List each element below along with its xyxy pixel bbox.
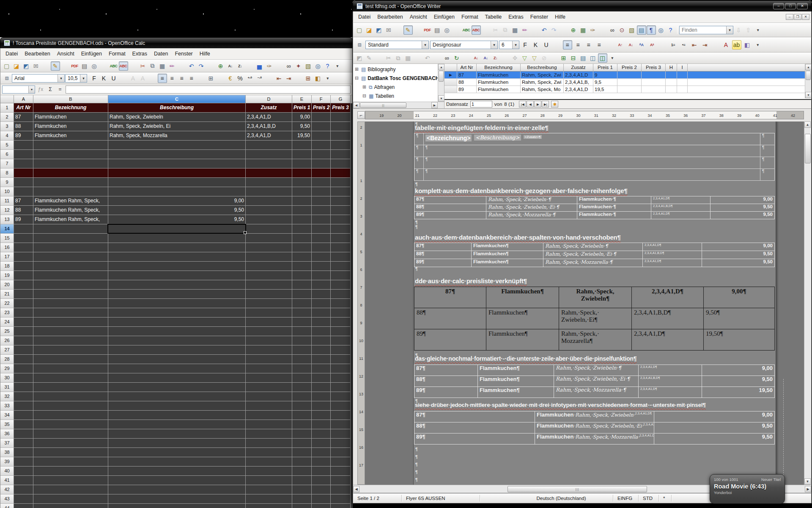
row-header[interactable]: 23 bbox=[0, 308, 14, 318]
document-page[interactable]: ¶¶¶¶¶¶¶¶¶¶¶¶ tabelle·mit·eingefügten·fel… bbox=[413, 121, 776, 485]
cell-e[interactable] bbox=[292, 159, 312, 168]
cell-a[interactable] bbox=[14, 345, 33, 355]
expander-icon[interactable]: ⊞ bbox=[355, 67, 359, 72]
writer-toolbar-icon[interactable]: ⊕ bbox=[569, 25, 578, 35]
grid-col-header[interactable]: H bbox=[666, 64, 677, 72]
calc-format-icon[interactable]: ≡ bbox=[187, 74, 196, 83]
grid-col-header[interactable]: Bezeichnung bbox=[477, 64, 521, 72]
cell-d[interactable]: 2,3,4,A1,D bbox=[246, 113, 292, 122]
cell-f[interactable] bbox=[312, 373, 331, 383]
formula-input-line[interactable] bbox=[66, 86, 351, 94]
cell-e[interactable] bbox=[292, 392, 312, 401]
calc-format-icon[interactable]: % bbox=[236, 74, 245, 83]
calc-format-icon[interactable]: U bbox=[109, 74, 118, 83]
cell-a[interactable] bbox=[14, 141, 33, 150]
cell-e[interactable] bbox=[292, 308, 312, 318]
calc-format-icon[interactable] bbox=[148, 74, 157, 83]
table-data-icon[interactable]: ◫ bbox=[598, 53, 607, 63]
cell-b[interactable] bbox=[33, 504, 108, 508]
cell-g[interactable] bbox=[331, 448, 351, 457]
cell-g[interactable] bbox=[331, 252, 351, 262]
cell-b[interactable] bbox=[33, 299, 108, 308]
cell-a[interactable] bbox=[14, 364, 33, 373]
writer-format-icon[interactable]: ◧ bbox=[743, 40, 752, 50]
cell-c[interactable] bbox=[108, 411, 246, 420]
cell-d[interactable] bbox=[246, 355, 292, 364]
cell-d[interactable] bbox=[246, 383, 292, 392]
column-header[interactable]: B bbox=[33, 95, 108, 103]
cell-e[interactable] bbox=[292, 224, 312, 234]
writer-toolbar-icon[interactable] bbox=[394, 25, 403, 35]
cell-e[interactable] bbox=[292, 196, 312, 206]
find-nav-icon[interactable]: ⇧ bbox=[743, 25, 753, 35]
writer-toolbar-icon[interactable] bbox=[530, 25, 539, 35]
cell-b[interactable] bbox=[33, 392, 108, 401]
cell-g[interactable] bbox=[331, 494, 351, 504]
row-header[interactable]: 18 bbox=[0, 262, 14, 271]
calc-format-icon[interactable]: ≡ bbox=[158, 74, 167, 83]
writer-toolbar-icon[interactable]: ◎ bbox=[442, 25, 452, 35]
cell-f[interactable] bbox=[312, 141, 331, 150]
writer-menu-item[interactable]: Datei bbox=[355, 13, 374, 21]
cell-e[interactable] bbox=[292, 383, 312, 392]
calc-toolbar-icon[interactable]: ◎ bbox=[90, 61, 99, 71]
cell-g[interactable] bbox=[331, 196, 351, 206]
status-page-style[interactable]: Flyer 6S AUSSEN bbox=[402, 495, 480, 502]
writer-toolbar-icon[interactable]: ↶ bbox=[540, 25, 549, 35]
row-marker-header[interactable] bbox=[444, 64, 457, 72]
cell-b[interactable] bbox=[33, 401, 108, 411]
calc-menu-item[interactable]: Bearbeiten bbox=[21, 50, 53, 58]
section-title[interactable]: das·gleiche·nochmal·formatiert·-·die·unt… bbox=[415, 355, 636, 362]
font-name-combo[interactable]: Designosaur▾ bbox=[430, 41, 498, 49]
cell-a[interactable] bbox=[14, 150, 33, 159]
cell-f[interactable] bbox=[312, 420, 331, 429]
cell-c[interactable] bbox=[108, 262, 246, 271]
cell-f[interactable] bbox=[312, 196, 331, 206]
calc-toolbar-icon[interactable] bbox=[129, 61, 138, 71]
column-header[interactable]: C bbox=[108, 95, 246, 103]
field-zusatz[interactable]: <Zusatz>¶ bbox=[524, 135, 542, 139]
record-nav-button[interactable]: ▶ bbox=[534, 101, 541, 108]
record-number-input[interactable]: 1 bbox=[470, 101, 492, 108]
table-data-icon[interactable]: ▽ bbox=[530, 53, 539, 63]
cell-f[interactable] bbox=[312, 122, 331, 131]
writer-toolbar-icon[interactable]: ↷ bbox=[549, 25, 559, 35]
font-name-combo[interactable]: Arial▾ bbox=[12, 74, 65, 83]
cell-b[interactable] bbox=[33, 271, 108, 280]
cell-g[interactable] bbox=[331, 243, 351, 252]
calc-toolbar-icon[interactable]: ▅ bbox=[255, 61, 264, 71]
cell-f[interactable] bbox=[312, 429, 331, 439]
table-data-icon[interactable]: ⊞ bbox=[559, 53, 568, 63]
cell-g[interactable] bbox=[331, 159, 351, 168]
writer-toolbar-icon[interactable]: PDF bbox=[423, 25, 432, 35]
calc-toolbar-icon[interactable] bbox=[177, 61, 187, 71]
calc-toolbar-icon[interactable] bbox=[99, 61, 109, 71]
cell-e[interactable] bbox=[292, 448, 312, 457]
cell-f[interactable] bbox=[312, 355, 331, 364]
expander-icon[interactable]: ⊟ bbox=[355, 76, 359, 80]
cell-g[interactable] bbox=[331, 429, 351, 439]
table-data-icon[interactable]: ▽ bbox=[520, 53, 529, 63]
calc-format-icon[interactable]: ⇤ bbox=[274, 74, 284, 83]
cell-g[interactable] bbox=[331, 327, 351, 336]
cell-g[interactable]: Preis 3 bbox=[331, 103, 351, 113]
cell-b[interactable] bbox=[33, 429, 108, 439]
cell-e[interactable]: 9,00 bbox=[292, 113, 312, 122]
cell-b[interactable] bbox=[33, 308, 108, 318]
status-modified-flag[interactable]: * bbox=[659, 495, 672, 502]
cell-d[interactable] bbox=[246, 411, 292, 420]
writer-toolbar-icon[interactable]: ▦ bbox=[579, 25, 588, 35]
calc-toolbar-icon[interactable]: PDF bbox=[70, 61, 80, 71]
function-wizard-button[interactable]: ƒx bbox=[36, 86, 45, 94]
row-header[interactable]: 25 bbox=[0, 327, 14, 336]
cell-c[interactable] bbox=[108, 299, 246, 308]
record-nav-button[interactable]: |◀ bbox=[519, 101, 526, 108]
calc-format-icon[interactable]: ≡ bbox=[167, 74, 177, 83]
tree-item[interactable]: ⊟ ▦ Tabellen bbox=[353, 91, 444, 100]
find-nav-icon[interactable]: ⇩ bbox=[734, 25, 743, 35]
calc-toolbar-icon[interactable]: ◎ bbox=[313, 61, 323, 71]
infotypes-table[interactable]: 87¶ Flammkuchen·Rahm,·Speck,·Zwiebeln·2,… bbox=[414, 411, 775, 444]
cell-d[interactable]: Zusatz bbox=[246, 103, 292, 113]
row-header[interactable]: 38 bbox=[0, 448, 14, 457]
cell-b[interactable] bbox=[33, 187, 108, 196]
